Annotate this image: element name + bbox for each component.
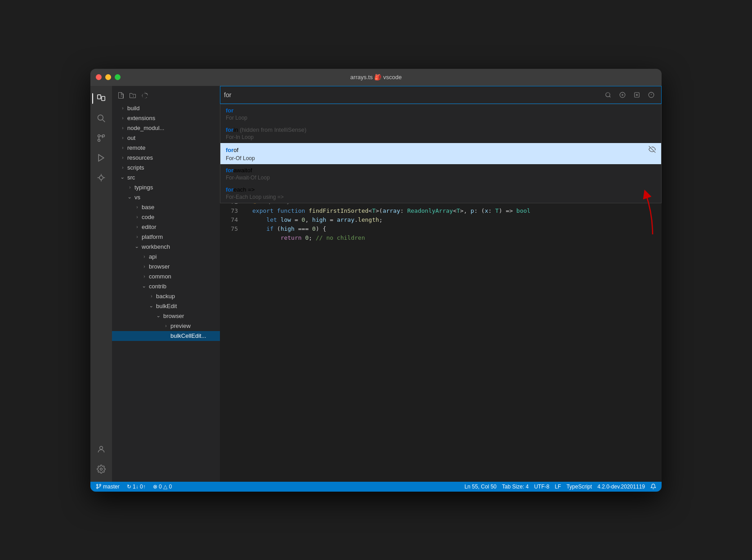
svg-point-16 [606, 92, 610, 96]
run-icon[interactable] [92, 149, 110, 167]
sidebar-item-bulk-cell-edit[interactable]: bulkCellEdit... [112, 331, 220, 341]
sidebar-item-src[interactable]: › src [112, 173, 220, 183]
snippet-title: forof [226, 147, 238, 153]
line-ending-status[interactable]: LF [553, 484, 563, 490]
chevron-right-icon: › [119, 164, 126, 171]
hide-from-intellisense-icon[interactable] [649, 146, 656, 154]
folder-label: out [127, 134, 135, 141]
maximize-button[interactable] [115, 74, 121, 80]
svg-point-6 [98, 139, 100, 141]
snippet-item-forof[interactable]: forof For-Of Loop [220, 143, 661, 164]
explorer-icon[interactable] [92, 90, 110, 108]
account-icon[interactable] [92, 440, 110, 458]
chevron-down-icon: › [141, 283, 148, 291]
chevron-right-icon: › [141, 263, 148, 270]
folder-label: preview [170, 323, 191, 329]
code-line-73: let low = 0, high = array.length; [242, 215, 662, 224]
folder-label: build [127, 105, 139, 112]
folder-label: browser [149, 263, 170, 270]
snippet-toolbar [602, 89, 658, 101]
chevron-down-icon: › [119, 175, 126, 182]
position-label: Ln 55, Col 50 [465, 484, 497, 490]
snippet-desc: For-In Loop [226, 134, 656, 140]
chevron-right-icon: › [162, 323, 170, 330]
chevron-right-icon: › [119, 144, 126, 152]
git-icon [245, 206, 252, 215]
sidebar-item-scripts[interactable]: › scripts [112, 163, 220, 173]
sidebar-item-common[interactable]: › common [112, 272, 220, 282]
new-file-icon[interactable] [116, 90, 126, 101]
folder-label: backup [156, 293, 175, 300]
close-button[interactable] [96, 74, 102, 80]
new-folder-icon[interactable] [127, 90, 138, 101]
sync-label: ↻ 1↓ 0↑ [127, 484, 146, 490]
snippet-item-foreach[interactable]: foreach => For-Each Loop using => [220, 184, 661, 203]
snippet-item-forawaitof[interactable]: forawaitof For-Await-Of Loop [220, 164, 661, 184]
sidebar-item-build[interactable]: › build [112, 103, 220, 113]
folder-label: api [149, 253, 157, 260]
branch-status[interactable]: master [94, 482, 121, 492]
sidebar-item-out[interactable]: › out [112, 133, 220, 143]
sidebar-item-platform[interactable]: › platform [112, 232, 220, 242]
titlebar: arrays.ts 🎒 vscode [90, 69, 662, 86]
sidebar-item-api[interactable]: › api [112, 252, 220, 262]
git-icon [245, 233, 252, 242]
snippet-item-for[interactable]: for For Loop [220, 104, 661, 124]
chevron-right-icon: › [134, 224, 141, 231]
error-status[interactable]: ⊗ 0 △ 0 [151, 482, 174, 492]
chevron-right-icon: › [141, 273, 148, 280]
chevron-down-icon: › [155, 313, 162, 320]
sidebar-item-bulkedit[interactable]: › bulkEdit [112, 301, 220, 311]
search-icon[interactable] [92, 109, 110, 127]
version-label: 4.2.0-dev.20201119 [597, 484, 645, 490]
app-window: arrays.ts 🎒 vscode [90, 69, 662, 492]
settings-icon[interactable] [92, 460, 110, 478]
chevron-right-icon: › [119, 134, 126, 142]
chevron-right-icon: › [119, 154, 126, 161]
svg-point-28 [97, 484, 98, 486]
language-status[interactable]: TypeScript [564, 484, 594, 490]
debug-icon[interactable] [92, 169, 110, 187]
folder-label: editor [142, 224, 157, 230]
sidebar-item-browser2[interactable]: › browser [112, 311, 220, 321]
svg-point-29 [97, 487, 98, 488]
svg-point-4 [98, 134, 100, 137]
snippet-search-input[interactable] [224, 91, 598, 99]
sidebar-item-workbench[interactable]: › workbench [112, 242, 220, 252]
sidebar-item-browser[interactable]: › browser [112, 262, 220, 272]
sidebar-item-backup[interactable]: › backup [112, 291, 220, 301]
sidebar-item-resources[interactable]: › resources [112, 153, 220, 163]
sidebar-item-editor[interactable]: › editor [112, 222, 220, 232]
snippet-desc: For Loop [226, 115, 656, 121]
position-status[interactable]: Ln 55, Col 50 [463, 484, 498, 490]
chevron-right-icon: › [148, 293, 155, 300]
minimize-button[interactable] [105, 74, 111, 80]
sidebar-item-extensions[interactable]: › extensions [112, 113, 220, 123]
refresh-icon[interactable] [139, 90, 150, 101]
snippet-tool-icon2[interactable] [616, 89, 629, 101]
snippet-tool-icon1[interactable] [602, 89, 614, 101]
chevron-right-icon: › [119, 125, 126, 132]
sidebar-item-vs[interactable]: › vs [112, 193, 220, 202]
snippet-desc: For-Each Loop using => [226, 194, 656, 200]
folder-label: platform [142, 233, 163, 240]
tab-size-status[interactable]: Tab Size: 4 [500, 484, 530, 490]
snippet-tool-icon4[interactable] [645, 89, 658, 101]
statusbar-right: Ln 55, Col 50 Tab Size: 4 UTF-8 LF TypeS… [463, 484, 658, 490]
sync-status[interactable]: ↻ 1↓ 0↑ [125, 482, 148, 492]
sidebar-item-remote[interactable]: › remote [112, 143, 220, 153]
bell-icon[interactable] [649, 484, 658, 489]
chevron-right-icon: › [134, 233, 141, 241]
sidebar-item-code[interactable]: › code [112, 212, 220, 222]
version-status[interactable]: 4.2.0-dev.20201119 [595, 484, 647, 490]
sidebar-item-preview[interactable]: › preview [112, 321, 220, 331]
sidebar-item-contrib[interactable]: › contrib [112, 282, 220, 291]
sidebar-item-node-modules[interactable]: › node_modul... [112, 123, 220, 133]
source-control-icon[interactable] [92, 129, 110, 147]
sidebar-item-base[interactable]: › base [112, 202, 220, 212]
snippet-item-forin[interactable]: forin (hidden from IntelliSense) For-In … [220, 124, 661, 143]
sidebar-item-typings[interactable]: › typings [112, 183, 220, 193]
encoding-status[interactable]: UTF-8 [532, 484, 551, 490]
snippet-dropdown: for For Loop forin (hidden from IntelliS… [220, 86, 662, 203]
snippet-tool-icon3[interactable] [631, 89, 643, 101]
